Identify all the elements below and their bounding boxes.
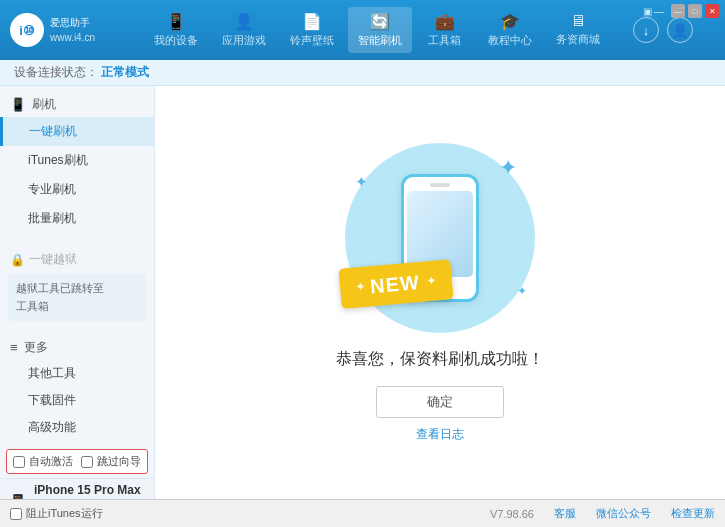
- maximize-button[interactable]: □: [688, 4, 702, 18]
- nav-tab-toolbox[interactable]: 💼 工具箱: [416, 7, 474, 53]
- stop-itunes-checkbox[interactable]: [10, 508, 22, 520]
- bottom-right-links: V7.98.66 客服 微信公众号 检查更新: [490, 506, 715, 521]
- success-message: 恭喜您，保资料刷机成功啦！: [336, 349, 544, 370]
- logo-icon: i⑩: [10, 13, 44, 47]
- bottom-bar: 阻止iTunes运行 V7.98.66 客服 微信公众号 检查更新: [0, 499, 725, 527]
- sidebar-section-jailbreak: 🔒 一键越狱 越狱工具已跳转至工具箱: [0, 243, 154, 327]
- tutorial-label: 教程中心: [488, 33, 532, 48]
- main-layout: 📱 刷机 一键刷机 iTunes刷机 专业刷机 批量刷机 🔒 一键越狱 越狱工具…: [0, 86, 725, 499]
- auto-activate-area: 自动激活 跳过向导: [0, 445, 154, 478]
- nav-tabs: 📱 我的设备 👤 应用游戏 📄 铃声壁纸 🔄 智能刷机 💼 工具箱 🎓: [120, 7, 633, 53]
- service-label: 务资商城: [556, 32, 600, 47]
- nav-tab-smart-flash[interactable]: 🔄 智能刷机: [348, 7, 412, 53]
- sparkle-bottom-right-icon: ✦: [517, 284, 527, 298]
- sidebar-item-other-tools[interactable]: 其他工具: [0, 360, 154, 387]
- window-controls: ▣— — □ ✕: [643, 4, 719, 18]
- app-games-label: 应用游戏: [222, 33, 266, 48]
- header-right: ↓ 👤: [633, 17, 715, 43]
- sidebar-item-download-fw[interactable]: 下载固件: [0, 387, 154, 414]
- stop-itunes-area: 阻止iTunes运行: [10, 506, 103, 521]
- user-icon[interactable]: 👤: [667, 17, 693, 43]
- auto-activate-label[interactable]: 自动激活: [29, 454, 73, 469]
- auto-activate-checkbox[interactable]: [13, 456, 25, 468]
- check-update-link[interactable]: 检查更新: [671, 506, 715, 521]
- logo-text: 爱思助手 www.i4.cn: [50, 15, 95, 45]
- sidebar-jailbreak-header: 🔒 一键越狱: [0, 247, 154, 272]
- my-device-label: 我的设备: [154, 33, 198, 48]
- sidebar-item-itunes-flash[interactable]: iTunes刷机: [0, 146, 154, 175]
- content-area: ✦ ✦ ✦ ✦ NEW: [155, 86, 725, 499]
- device-panel: 📱 iPhone 15 Pro Max 512GB iPhone: [0, 478, 154, 499]
- smart-flash-label: 智能刷机: [358, 33, 402, 48]
- ringtone-icon: 📄: [302, 12, 322, 31]
- wechat-link[interactable]: 微信公众号: [596, 506, 651, 521]
- sparkle-top-right-icon: ✦: [499, 155, 517, 181]
- more-icon: ≡: [10, 340, 18, 355]
- logo-area: i⑩ 爱思助手 www.i4.cn: [10, 13, 120, 47]
- nav-tab-tutorial[interactable]: 🎓 教程中心: [478, 7, 542, 53]
- sidebar-item-batch-flash[interactable]: 批量刷机: [0, 204, 154, 233]
- auto-activate-row: 自动激活 跳过向导: [6, 449, 148, 474]
- phone-illustration: ✦ ✦ ✦ ✦ NEW: [345, 143, 535, 333]
- sparkle-top-left-icon: ✦: [355, 173, 368, 191]
- ringtone-label: 铃声壁纸: [290, 33, 334, 48]
- customer-service-link[interactable]: 客服: [554, 506, 576, 521]
- breadcrumb: 设备连接状态： 正常模式: [0, 60, 725, 86]
- sidebar-section-flash-header: 📱 刷机: [0, 92, 154, 117]
- sidebar-section-flash: 📱 刷机 一键刷机 iTunes刷机 专业刷机 批量刷机: [0, 86, 154, 239]
- toolbox-icon: 💼: [435, 12, 455, 31]
- confirm-button[interactable]: 确定: [376, 386, 504, 418]
- sidebar-more-header: ≡ 更多: [0, 335, 154, 360]
- flash-section-icon: 📱: [10, 97, 26, 112]
- minimize-button[interactable]: —: [671, 4, 685, 18]
- nav-tab-my-device[interactable]: 📱 我的设备: [144, 7, 208, 53]
- sidebar-item-advanced[interactable]: 高级功能: [0, 414, 154, 441]
- smart-flash-icon: 🔄: [370, 12, 390, 31]
- version-text: V7.98.66: [490, 508, 534, 520]
- sidebar-item-one-click-flash[interactable]: 一键刷机: [0, 117, 154, 146]
- stop-itunes-label[interactable]: 阻止iTunes运行: [26, 506, 103, 521]
- device-name: iPhone 15 Pro Max: [34, 483, 141, 497]
- service-icon: 🖥: [570, 12, 586, 30]
- nav-tab-service[interactable]: 🖥 务资商城: [546, 7, 610, 53]
- toolbox-label: 工具箱: [428, 33, 461, 48]
- tutorial-icon: 🎓: [500, 12, 520, 31]
- sidebar-section-more: ≡ 更多 其他工具 下载固件 高级功能: [0, 331, 154, 445]
- skip-guide-label[interactable]: 跳过向导: [97, 454, 141, 469]
- view-log-link[interactable]: 查看日志: [416, 426, 464, 443]
- nav-tab-ringtone[interactable]: 📄 铃声壁纸: [280, 7, 344, 53]
- sidebar-item-pro-flash[interactable]: 专业刷机: [0, 175, 154, 204]
- status-badge: 正常模式: [101, 65, 149, 79]
- skip-guide-checkbox[interactable]: [81, 456, 93, 468]
- close-button[interactable]: ✕: [705, 4, 719, 18]
- new-badge: ✦ NEW ✦: [338, 259, 453, 309]
- bg-circle: ✦ ✦ ✦ ✦ NEW: [345, 143, 535, 333]
- nav-tab-app-games[interactable]: 👤 应用游戏: [212, 7, 276, 53]
- sidebar: 📱 刷机 一键刷机 iTunes刷机 专业刷机 批量刷机 🔒 一键越狱 越狱工具…: [0, 86, 155, 499]
- lock-icon: 🔒: [10, 253, 25, 267]
- sidebar-jailbreak-notice: 越狱工具已跳转至工具箱: [8, 274, 146, 321]
- download-icon[interactable]: ↓: [633, 17, 659, 43]
- app-games-icon: 👤: [234, 12, 254, 31]
- my-device-icon: 📱: [166, 12, 186, 31]
- header: i⑩ 爱思助手 www.i4.cn 📱 我的设备 👤 应用游戏 📄 铃声壁纸 🔄…: [0, 0, 725, 60]
